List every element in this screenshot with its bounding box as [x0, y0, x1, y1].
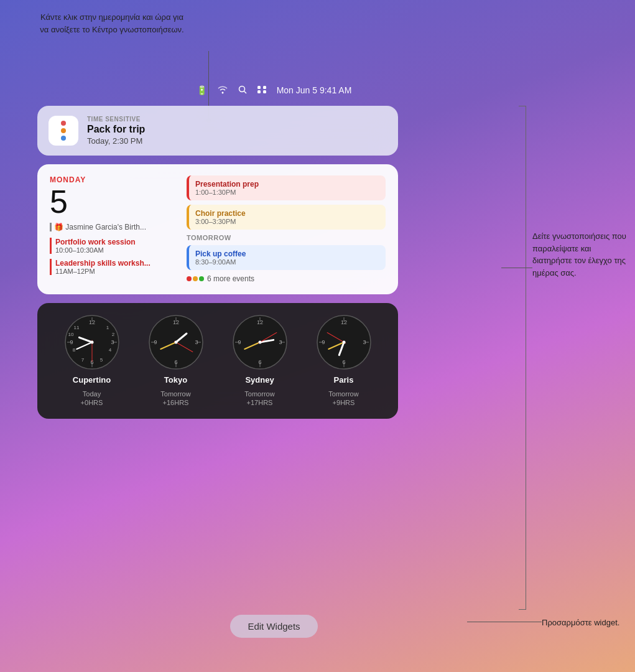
- svg-text:12: 12: [340, 319, 346, 325]
- svg-text:12: 12: [256, 319, 262, 325]
- svg-point-65: [342, 341, 345, 344]
- event-card-title: Choir practice: [195, 209, 379, 218]
- notif-title: Pack for trip: [87, 124, 145, 135]
- clock-sub-sydney: Tomorrow+17HRS: [244, 390, 274, 408]
- event-time: 11AM–12PM: [55, 268, 174, 275]
- svg-text:9: 9: [154, 339, 157, 345]
- clock-tokyo: 12 6 9 3 Tokyo Tomorrow+16HRS: [148, 314, 204, 408]
- clock-sub-tokyo: Tomorrow+16HRS: [160, 390, 190, 408]
- svg-line-1: [244, 91, 246, 93]
- event-card-time: 3:00–3:30PM: [195, 218, 379, 225]
- svg-text:6: 6: [342, 359, 345, 365]
- annotation-bottom: Προσαρμόστε widget.: [542, 617, 629, 629]
- search-icon[interactable]: [238, 85, 247, 96]
- calendar-day-name: MONDAY: [50, 175, 174, 184]
- reminders-app-icon: [49, 116, 78, 146]
- svg-text:4: 4: [108, 347, 111, 353]
- calendar-event-portfolio: Portfolio work session 10:00–10:30AM: [50, 238, 174, 254]
- event-card-time: 8:30–9:00AM: [195, 258, 379, 266]
- svg-text:3: 3: [279, 339, 282, 345]
- event-title: Leadership skills worksh...: [55, 259, 174, 268]
- bracket-line: [519, 106, 526, 610]
- svg-text:12: 12: [88, 319, 95, 325]
- svg-rect-2: [257, 86, 261, 89]
- dot-red: [187, 276, 192, 281]
- event-card-title: Pick up coffee: [195, 250, 379, 258]
- calendar-birthday: 🎁 Jasmine Garcia's Birth...: [50, 223, 174, 231]
- clock-sub-cupertino: Today+0HRS: [81, 390, 103, 408]
- svg-rect-4: [257, 90, 261, 93]
- svg-text:11: 11: [73, 325, 79, 330]
- event-coffee: Pick up coffee 8:30–9:00AM: [187, 245, 386, 270]
- svg-text:6: 6: [174, 359, 177, 365]
- annotation-line-right: [501, 268, 532, 268]
- svg-text:9: 9: [322, 339, 325, 345]
- notif-content: TIME SENSITIVE Pack for trip Today, 2:30…: [87, 116, 145, 146]
- svg-point-0: [239, 86, 244, 91]
- svg-point-52: [258, 341, 261, 344]
- event-title: Portfolio work session: [55, 238, 174, 246]
- calendar-widget[interactable]: MONDAY 5 🎁 Jasmine Garcia's Birth... Por…: [37, 164, 398, 294]
- wifi-icon: [217, 85, 228, 96]
- reminders-notification[interactable]: TIME SENSITIVE Pack for trip Today, 2:30…: [37, 106, 398, 156]
- notif-time: Today, 2:30 PM: [87, 136, 145, 146]
- svg-rect-5: [263, 90, 266, 93]
- event-time: 10:00–10:30AM: [55, 246, 174, 254]
- clock-sydney: 12 6 9 3 Sydney Tomorrow+17HRS: [232, 314, 288, 408]
- edit-widgets-container: Edit Widgets: [37, 615, 511, 638]
- svg-text:3: 3: [111, 339, 114, 345]
- svg-text:12: 12: [172, 319, 178, 325]
- event-choir: Choir practice 3:00–3:30PM: [187, 205, 386, 230]
- event-presentation: Presentation prep 1:00–1:30PM: [187, 175, 386, 200]
- clock-sub-paris: Tomorrow+9HRS: [328, 390, 358, 408]
- svg-rect-3: [263, 86, 266, 89]
- clock-city-paris: Paris: [334, 375, 354, 385]
- menubar-datetime[interactable]: Mon Jun 5 9:41 AM: [277, 85, 352, 95]
- calendar-day-number: 5: [50, 185, 174, 218]
- edit-widgets-button[interactable]: Edit Widgets: [230, 615, 317, 638]
- dot-yellow: [193, 276, 198, 281]
- calendar-event-leadership: Leadership skills worksh... 11AM–12PM: [50, 259, 174, 275]
- svg-text:9: 9: [70, 339, 73, 345]
- clock-paris: 12 6 9 3 Paris Tomorrow+9HRS: [316, 314, 372, 408]
- svg-text:9: 9: [238, 339, 241, 345]
- svg-text:2: 2: [111, 332, 114, 337]
- svg-point-39: [174, 341, 177, 344]
- svg-text:6: 6: [258, 359, 261, 365]
- tomorrow-label: TOMORROW: [187, 234, 386, 241]
- menubar: 🔋 Mon Jun 5 9:41 AM: [37, 81, 511, 100]
- svg-text:3: 3: [363, 339, 366, 345]
- clock-grid: 12 6 9 3 1 2 5 4 11 10 7 8: [50, 314, 386, 408]
- control-center-icon[interactable]: [257, 85, 267, 96]
- svg-text:3: 3: [195, 339, 198, 345]
- annotation-right: Δείτε γνωστοποιήσεις που παραλείψατε και…: [532, 230, 629, 279]
- svg-point-26: [90, 341, 93, 344]
- notif-type: TIME SENSITIVE: [87, 116, 145, 123]
- svg-text:8: 8: [72, 347, 75, 353]
- notification-center-panel: TIME SENSITIVE Pack for trip Today, 2:30…: [37, 106, 398, 419]
- annotation-top: Κάντε κλικ στην ημερομηνία και ώρα για ν…: [37, 11, 187, 35]
- svg-text:10: 10: [68, 332, 73, 337]
- calendar-left: MONDAY 5 🎁 Jasmine Garcia's Birth... Por…: [50, 175, 174, 283]
- world-clock-widget[interactable]: 12 6 9 3 1 2 5 4 11 10 7 8: [37, 303, 398, 419]
- clock-city-sydney: Sydney: [245, 375, 274, 385]
- more-events: 6 more events: [187, 274, 386, 283]
- calendar-right: Presentation prep 1:00–1:30PM Choir prac…: [187, 175, 386, 283]
- svg-text:1: 1: [106, 325, 109, 330]
- battery-icon: 🔋: [197, 85, 207, 95]
- more-events-text: 6 more events: [207, 274, 254, 283]
- event-card-time: 1:00–1:30PM: [195, 189, 379, 196]
- clock-city-tokyo: Tokyo: [164, 375, 187, 385]
- svg-text:7: 7: [81, 357, 84, 363]
- clock-cupertino: 12 6 9 3 1 2 5 4 11 10 7 8: [64, 314, 120, 408]
- event-card-title: Presentation prep: [195, 180, 379, 189]
- clock-city-cupertino: Cupertino: [73, 375, 111, 385]
- svg-text:5: 5: [100, 357, 103, 363]
- dot-green: [199, 276, 204, 281]
